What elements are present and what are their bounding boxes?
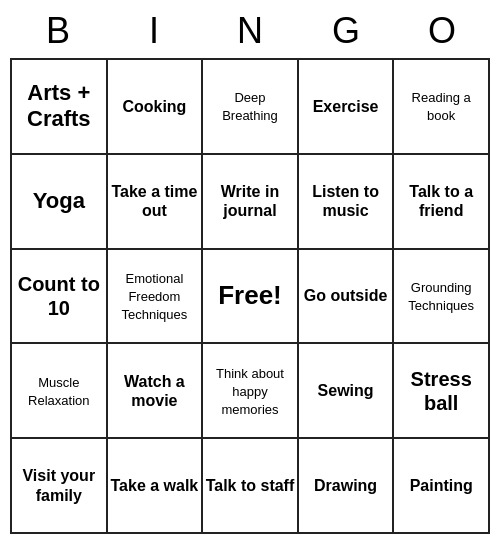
bingo-title: B I N G O [10,10,490,52]
bingo-cell: Stress ball [393,343,489,438]
letter-b: B [10,10,106,52]
letter-n: N [202,10,298,52]
bingo-cell: Count to 10 [11,249,107,344]
bingo-cell: Painting [393,438,489,533]
bingo-cell: Grounding Techniques [393,249,489,344]
bingo-cell: Deep Breathing [202,59,298,154]
letter-i: I [106,10,202,52]
bingo-cell: Go outside [298,249,394,344]
bingo-cell: Listen to music [298,154,394,249]
bingo-cell: Cooking [107,59,203,154]
bingo-grid: Arts + CraftsCookingDeep BreathingExerci… [10,58,490,534]
bingo-cell: Arts + Crafts [11,59,107,154]
bingo-cell: Sewing [298,343,394,438]
bingo-cell: Watch a movie [107,343,203,438]
bingo-cell: Yoga [11,154,107,249]
bingo-cell: Emotional Freedom Techniques [107,249,203,344]
bingo-cell: Visit your family [11,438,107,533]
bingo-cell: Drawing [298,438,394,533]
bingo-cell: Think about happy memories [202,343,298,438]
bingo-cell: Take a walk [107,438,203,533]
bingo-cell: Take a time out [107,154,203,249]
bingo-cell: Talk to a friend [393,154,489,249]
bingo-cell: Muscle Relaxation [11,343,107,438]
bingo-cell: Exercise [298,59,394,154]
bingo-cell: Reading a book [393,59,489,154]
bingo-cell: Free! [202,249,298,344]
letter-o: O [394,10,490,52]
bingo-cell: Write in journal [202,154,298,249]
bingo-cell: Talk to staff [202,438,298,533]
letter-g: G [298,10,394,52]
